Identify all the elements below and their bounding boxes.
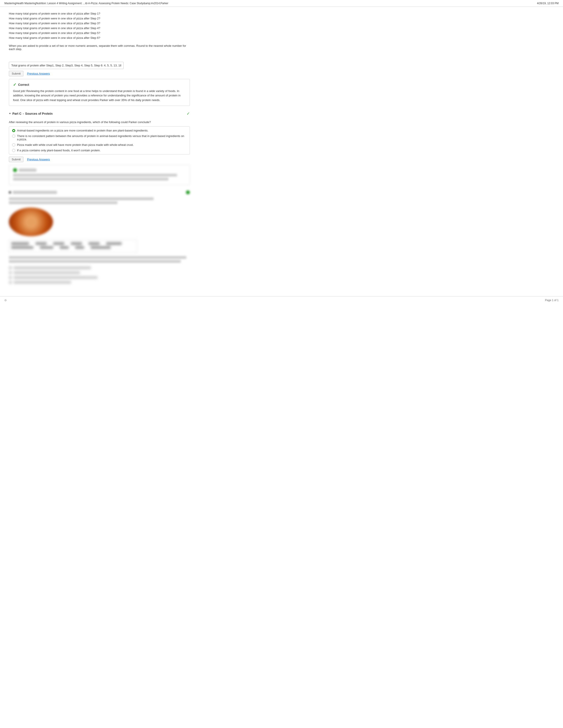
footer-bar: ⊙ Page 1 of 1: [0, 296, 563, 304]
radio-circle-3[interactable]: [12, 143, 15, 146]
submit-button-1[interactable]: Submit: [9, 71, 23, 76]
blurred-correct-section: [9, 165, 190, 185]
radio-option-2[interactable]: There is no consistent pattern between t…: [12, 134, 186, 141]
radio-circle-4[interactable]: [12, 149, 15, 152]
radio-option-3[interactable]: Pizza made with white crust will have mo…: [12, 143, 186, 146]
footer-left: ⊙: [4, 299, 7, 302]
radio-label-3: Pizza made with white crust will have mo…: [17, 143, 133, 146]
radio-circle-2[interactable]: [12, 135, 15, 138]
footer-right: Page 1 of 1: [545, 299, 559, 302]
radio-option-4[interactable]: If a pizza contains only plant-based foo…: [12, 149, 186, 152]
part-c-question: After reviewing the amount of protein in…: [9, 120, 190, 124]
part-c-label: Part C: [12, 112, 21, 115]
correct-box-1: ✓ Correct Good job! Reviewing the protei…: [9, 79, 190, 106]
blurred-correct-box: [9, 165, 190, 185]
correct-text-1: Good job! Reviewing the protein content …: [13, 89, 186, 103]
correct-label-1: Correct: [18, 83, 29, 86]
blurred-table: [9, 240, 137, 253]
part-c-separator: -: [23, 112, 24, 115]
radio-options-box: Animal-based ingredients on a pizza are …: [9, 126, 190, 154]
pizza-image: [9, 208, 53, 236]
prev-answers-link-1[interactable]: Previous Answers: [27, 72, 50, 75]
question-1: How many total grams of protein were in …: [9, 11, 190, 16]
instruction-text: When you are asked to provide a set of t…: [9, 44, 190, 51]
header-datetime: 4/26/19, 12:03 PM: [537, 2, 559, 5]
check-icon-1: ✓: [13, 82, 16, 87]
action-row-2: Submit Previous Answers: [9, 157, 190, 162]
triangle-icon: ▼: [9, 112, 11, 115]
question-4: How many total grams of protein were in …: [9, 26, 190, 31]
question-6: How many total grams of protein were in …: [9, 36, 190, 40]
questions-list: How many total grams of protein were in …: [9, 11, 190, 41]
answer-box-container: [9, 62, 190, 69]
radio-option-1[interactable]: Animal-based ingredients on a pizza are …: [12, 129, 186, 132]
part-c-title: Sources of Protein: [25, 112, 53, 115]
radio-circle-1[interactable]: [12, 129, 15, 132]
blurred-part-d-header: [9, 190, 190, 284]
prev-answers-link-2[interactable]: Previous Answers: [27, 158, 50, 161]
radio-label-1: Animal-based ingredients on a pizza are …: [17, 129, 148, 132]
question-5: How many total grams of protein were in …: [9, 31, 190, 36]
action-row-1: Submit Previous Answers: [9, 71, 190, 76]
part-c-header-left: ▼ Part C - Sources of Protein: [9, 112, 53, 115]
part-c-header: ▼ Part C - Sources of Protein ✓: [9, 111, 190, 117]
part-c-check-icon: ✓: [186, 111, 190, 116]
correct-header-1: ✓ Correct: [13, 82, 186, 87]
submit-button-2[interactable]: Submit: [9, 157, 23, 162]
question-2: How many total grams of protein were in …: [9, 16, 190, 21]
radio-label-2: There is no consistent pattern between t…: [17, 134, 186, 141]
page-title: MasteringHealth MasteringNutrition: Less…: [4, 2, 168, 5]
main-content: How many total grams of protein were in …: [0, 7, 199, 292]
question-3: How many total grams of protein were in …: [9, 21, 190, 26]
blurred-radio-options: [9, 266, 190, 284]
radio-label-4: If a pizza contains only plant-based foo…: [17, 149, 100, 152]
header-bar: MasteringHealth MasteringNutrition: Less…: [0, 0, 563, 7]
answer-input[interactable]: [9, 62, 124, 69]
